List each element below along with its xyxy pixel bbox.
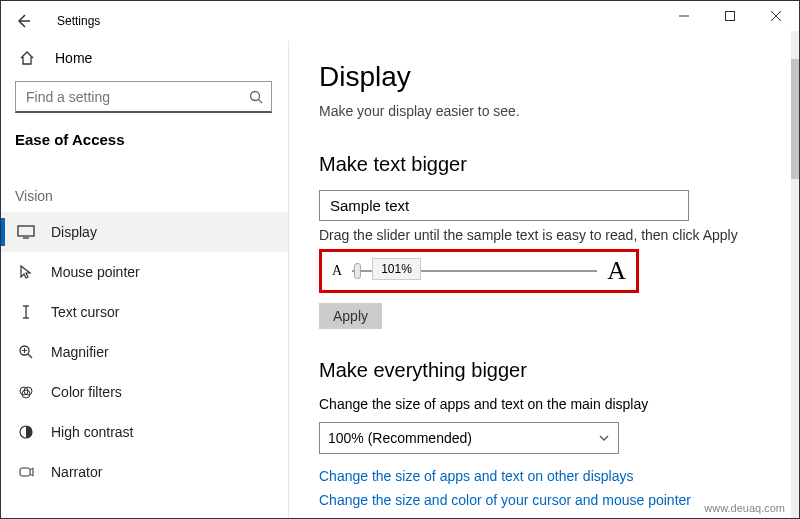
slider-big-a: A — [607, 256, 626, 286]
maximize-button[interactable] — [707, 1, 753, 31]
window-caption-buttons — [661, 1, 799, 31]
sidebar-item-color-filters[interactable]: Color filters — [1, 372, 288, 412]
display-icon — [15, 225, 37, 239]
search-field[interactable] — [24, 88, 249, 106]
main-content: Display Make your display easier to see.… — [289, 41, 799, 518]
sample-text-box: Sample text — [319, 190, 689, 221]
slider-hint: Drag the slider until the sample text is… — [319, 227, 769, 243]
apply-button[interactable]: Apply — [319, 303, 382, 329]
svg-point-5 — [251, 91, 260, 100]
scale-description: Change the size of apps and text on the … — [319, 396, 769, 412]
svg-rect-7 — [18, 226, 34, 236]
link-other-displays[interactable]: Change the size of apps and text on othe… — [319, 468, 769, 484]
sidebar-item-label: Mouse pointer — [51, 264, 140, 280]
close-button[interactable] — [753, 1, 799, 31]
sidebar: Home Ease of Access Vision Display — [1, 41, 289, 518]
section-make-text-bigger: Make text bigger — [319, 153, 769, 176]
display-scale-dropdown[interactable]: 100% (Recommended) — [319, 422, 619, 454]
sidebar-item-label: Magnifier — [51, 344, 109, 360]
settings-window: Settings Home Ease of Access Vision — [0, 0, 800, 519]
high-contrast-icon — [15, 424, 37, 440]
sidebar-item-label: Text cursor — [51, 304, 119, 320]
sidebar-item-label: Narrator — [51, 464, 102, 480]
sidebar-section-header: Ease of Access — [1, 125, 288, 166]
sidebar-item-label: Color filters — [51, 384, 122, 400]
page-subtitle: Make your display easier to see. — [319, 103, 769, 119]
sidebar-item-magnifier[interactable]: Magnifier — [1, 332, 288, 372]
app-title: Settings — [57, 14, 100, 28]
text-size-slider-highlight: A 101% A — [319, 249, 639, 293]
scrollbar-thumb[interactable] — [791, 59, 799, 179]
chevron-down-icon — [598, 432, 610, 444]
sidebar-item-text-cursor[interactable]: Text cursor — [1, 292, 288, 332]
sidebar-item-label: High contrast — [51, 424, 133, 440]
svg-line-13 — [28, 354, 32, 358]
sidebar-home[interactable]: Home — [1, 41, 288, 75]
slider-thumb[interactable] — [354, 263, 361, 279]
text-size-slider[interactable]: 101% — [352, 270, 597, 272]
section-make-everything-bigger: Make everything bigger — [319, 359, 769, 382]
svg-line-6 — [259, 99, 263, 103]
search-icon — [249, 90, 263, 104]
minimize-button[interactable] — [661, 1, 707, 31]
vertical-scrollbar[interactable] — [791, 31, 799, 518]
sidebar-item-high-contrast[interactable]: High contrast — [1, 412, 288, 452]
narrator-icon — [15, 464, 37, 480]
back-button[interactable] — [15, 13, 39, 29]
sidebar-item-mouse-pointer[interactable]: Mouse pointer — [1, 252, 288, 292]
page-title: Display — [319, 61, 769, 93]
text-cursor-icon — [15, 304, 37, 320]
color-filters-icon — [15, 384, 37, 400]
sidebar-item-narrator[interactable]: Narrator — [1, 452, 288, 492]
sidebar-item-display[interactable]: Display — [1, 212, 288, 252]
magnifier-icon — [15, 344, 37, 360]
search-input[interactable] — [15, 81, 272, 113]
sidebar-group-vision: Vision — [1, 166, 288, 212]
svg-rect-1 — [726, 12, 735, 21]
slider-readout: 101% — [372, 258, 421, 280]
sidebar-home-label: Home — [55, 50, 92, 66]
svg-rect-20 — [20, 468, 30, 476]
mouse-pointer-icon — [15, 264, 37, 280]
slider-small-a: A — [332, 263, 342, 279]
dropdown-value: 100% (Recommended) — [328, 430, 472, 446]
sidebar-item-label: Display — [51, 224, 97, 240]
home-icon — [19, 50, 39, 66]
link-cursor-pointer[interactable]: Change the size and color of your cursor… — [319, 492, 769, 508]
watermark: www.deuaq.com — [704, 502, 785, 514]
